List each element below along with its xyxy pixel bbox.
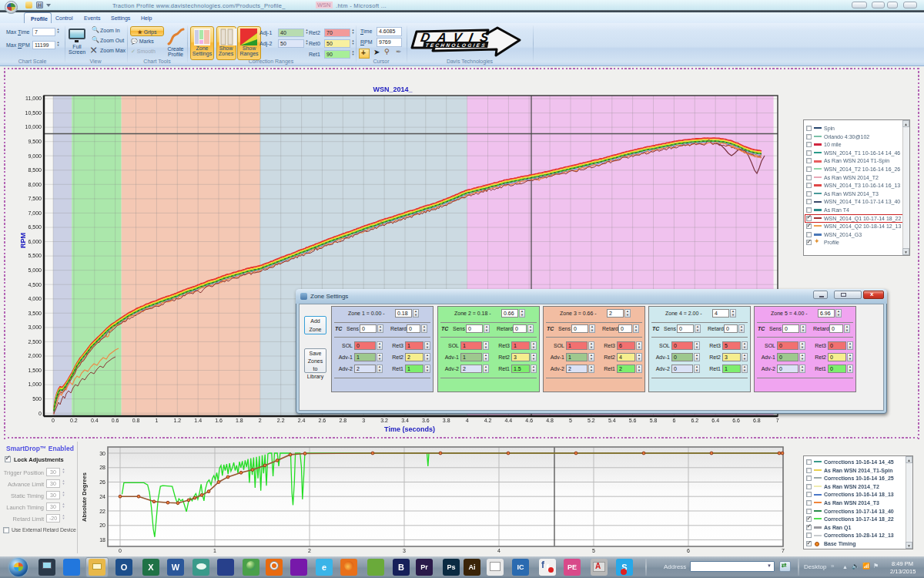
svg-text:Absolute Degrees: Absolute Degrees (81, 472, 88, 522)
svg-text:24: 24 (99, 494, 105, 499)
svg-text:2: 2 (308, 548, 311, 553)
svg-text:6: 6 (687, 548, 690, 553)
svg-text:5: 5 (592, 548, 595, 553)
svg-text:0: 0 (119, 548, 122, 553)
svg-text:20: 20 (99, 523, 105, 528)
svg-text:26: 26 (99, 479, 105, 485)
svg-text:1: 1 (213, 548, 216, 553)
svg-text:3: 3 (403, 548, 406, 553)
svg-text:4: 4 (497, 548, 500, 553)
svg-text:28: 28 (99, 465, 105, 470)
svg-text:22: 22 (99, 509, 105, 514)
svg-text:7: 7 (782, 548, 785, 553)
svg-text:30: 30 (99, 451, 105, 456)
svg-text:18: 18 (99, 537, 105, 543)
